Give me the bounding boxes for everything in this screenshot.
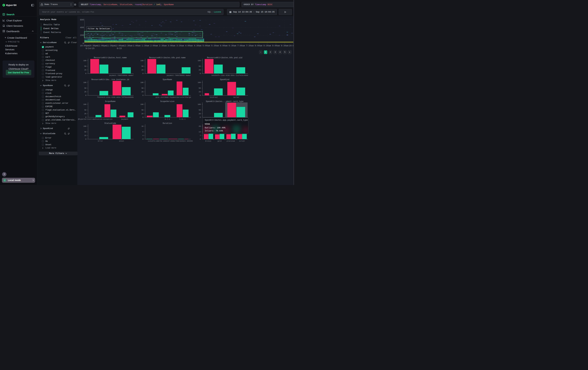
svg-text:14: 14: [199, 131, 201, 133]
svg-text:100: 100: [83, 60, 86, 62]
svg-text:50: 50: [199, 65, 201, 67]
svg-text:25: 25: [199, 69, 201, 71]
svg-text:0: 0: [200, 116, 201, 118]
svg-text:28: 28: [199, 125, 201, 127]
svg-text:10:30pm: 10:30pm: [89, 45, 98, 47]
svg-text:11:30pm: 11:30pm: [106, 45, 115, 47]
svg-text:0.1.0: 0.1.0: [165, 118, 170, 120]
svg-text:Internal: Internal: [210, 96, 218, 98]
svg-text:3:30am: 3:30am: [176, 45, 184, 47]
svg-text:6:30am: 6:30am: [229, 45, 236, 47]
svg-text:f5344ec9-a1ea-4290-a62a-78f5be: f5344ec9-a1ea-4290-a62a-78f5bee8d90b: [97, 96, 134, 98]
svg-text:4: 4: [143, 135, 143, 137]
svg-text:7: 7: [200, 135, 201, 137]
svg-text:ScopeVersion: ScopeVersion: [160, 100, 175, 103]
svg-text:5e02b5fb-13ae-4296-bbbc-111f42: 5e02b5fb-13ae-4296-bbbc-111f423c460d: [211, 74, 248, 76]
svg-text:0: 0: [85, 94, 86, 96]
svg-text:600: 600: [80, 19, 84, 21]
svg-text:Server: Server: [233, 96, 239, 98]
svg-text:Unset: Unset: [119, 140, 124, 142]
svg-text:0: 0: [85, 116, 86, 118]
svg-text:0: 0: [143, 116, 143, 118]
svg-text:ResourceAttributes.host.name: ResourceAttributes.host.name: [94, 57, 127, 59]
svg-text:@hyperdx/instrumentation-excep: @hyperdx/instrumentation-exception: [78, 118, 113, 120]
svg-text:0: 0: [83, 42, 84, 45]
svg-text:ScopeName: ScopeName: [105, 100, 116, 103]
svg-text:25: 25: [141, 113, 143, 115]
svg-text:100: 100: [140, 60, 143, 62]
svg-text:50: 50: [199, 109, 201, 111]
svg-text:8:30am: 8:30am: [263, 45, 271, 47]
svg-text:50: 50: [141, 65, 143, 67]
svg-text:999356: 999356: [187, 140, 193, 142]
svg-text:8: 8: [143, 131, 143, 133]
svg-text:584623: 584623: [180, 140, 186, 142]
svg-text:ResourceAttribu..ice.instance.: ResourceAttribu..ice.instance.id: [92, 79, 129, 81]
svg-text:200027900: 200027900: [170, 140, 179, 142]
svg-text:2:00am: 2:00am: [150, 45, 158, 47]
svg-text:10:00pm: 10:00pm: [80, 45, 89, 47]
svg-text:9:30am: 9:30am: [281, 45, 289, 47]
svg-text:12:00am: 12:00am: [115, 45, 124, 47]
svg-text:9/15: 9/15: [117, 47, 122, 50]
svg-text:100: 100: [198, 103, 201, 105]
svg-text:0.51.1: 0.51.1: [179, 118, 186, 120]
svg-text:bronze: bronze: [205, 140, 211, 142]
svg-text:1:30am: 1:30am: [142, 45, 149, 47]
svg-text:25: 25: [199, 91, 201, 93]
svg-text:1141978: 1141978: [148, 140, 155, 142]
svg-text:6:00am: 6:00am: [220, 45, 228, 47]
svg-text:0: 0: [200, 72, 201, 74]
svg-text:50: 50: [84, 109, 86, 111]
svg-text:50: 50: [84, 65, 86, 67]
svg-text:3:00am: 3:00am: [168, 45, 175, 47]
svg-text:SpanAttributes...yment.card_ty: SpanAttributes...yment.card_type: [206, 100, 243, 103]
svg-text:50: 50: [84, 87, 86, 89]
svg-text:ResourceAttributes.k8s.pod.uid: ResourceAttributes.k8s.pod.uid: [207, 57, 242, 59]
svg-text:7:00am: 7:00am: [237, 45, 245, 47]
svg-text:100: 100: [83, 125, 86, 127]
svg-text:SpanName: SpanName: [163, 79, 172, 81]
svg-text:100: 100: [83, 103, 86, 105]
svg-text:200: 200: [80, 34, 84, 37]
svg-text:100: 100: [83, 81, 86, 83]
svg-text:gold: gold: [218, 140, 221, 142]
svg-text:0: 0: [200, 94, 201, 96]
svg-text:ResourceAttributes.k8s.pod.nam: ResourceAttributes.k8s.pod.name: [149, 57, 186, 59]
svg-text:50: 50: [199, 87, 201, 89]
svg-text:4:30am: 4:30am: [194, 45, 202, 47]
svg-text:8:00am: 8:00am: [255, 45, 262, 47]
svg-text:0: 0: [200, 138, 201, 140]
svg-text:payment-7985c8969c-mwmw7: payment-7985c8969c-mwmw7: [109, 74, 134, 76]
svg-text:25: 25: [141, 91, 143, 93]
svg-text:platinum: platinum: [227, 140, 235, 142]
svg-text:1600267: 1600267: [163, 140, 170, 142]
svg-text:50: 50: [141, 87, 143, 89]
svg-text:100: 100: [140, 103, 143, 105]
svg-text:2:30am: 2:30am: [159, 45, 167, 47]
svg-text:9/14/25: 9/14/25: [85, 47, 94, 50]
svg-text:grpc.oteldemo.PaymentService/C: grpc.oteldemo.PaymentService/Charge: [156, 96, 191, 98]
svg-text:0: 0: [85, 138, 86, 140]
svg-text:9:00am: 9:00am: [272, 45, 280, 47]
svg-text:11:00pm: 11:00pm: [97, 45, 106, 47]
svg-text:25: 25: [84, 113, 86, 115]
svg-text:1:00am: 1:00am: [133, 45, 141, 47]
svg-text:10:00am: 10:00am: [289, 45, 294, 47]
svg-text:400: 400: [80, 26, 84, 29]
svg-text:0: 0: [85, 72, 86, 74]
svg-text:100: 100: [140, 81, 143, 83]
svg-text:25: 25: [199, 113, 201, 115]
svg-text:StatusCode: StatusCode: [104, 122, 116, 125]
svg-text:5:00am: 5:00am: [202, 45, 210, 47]
svg-text:SpanKind: SpanKind: [220, 79, 230, 81]
svg-text:Error: Error: [98, 140, 103, 142]
svg-text:100: 100: [198, 60, 201, 62]
svg-text:7:30am: 7:30am: [246, 45, 254, 47]
svg-text:25: 25: [84, 69, 86, 71]
svg-text:silver: silver: [239, 140, 245, 142]
svg-text:0: 0: [143, 138, 143, 140]
svg-text:payment-7985c8969c-mwmw7: payment-7985c8969c-mwmw7: [167, 74, 191, 76]
svg-text:payment: payment: [121, 118, 128, 120]
svg-text:16: 16: [141, 125, 143, 127]
